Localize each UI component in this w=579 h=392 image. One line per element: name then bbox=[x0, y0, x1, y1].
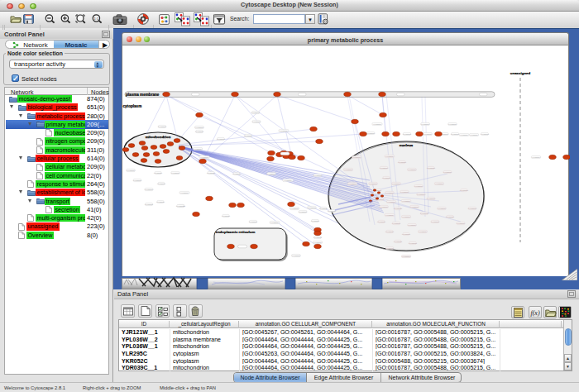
svg-text:(Yxx00W): (Yxx00W) bbox=[419, 231, 427, 232]
svg-text:(Yxx00W): (Yxx00W) bbox=[154, 172, 162, 174]
svg-text:(Yxx00W): (Yxx00W) bbox=[380, 167, 388, 169]
svg-text:(Yxx00W): (Yxx00W) bbox=[438, 208, 446, 209]
svg-text:cytoplasm: cytoplasm bbox=[123, 104, 142, 108]
svg-text:(Yxx00W): (Yxx00W) bbox=[460, 189, 468, 191]
svg-text:(Yxx00W): (Yxx00W) bbox=[451, 133, 459, 135]
svg-text:(Yxx00W): (Yxx00W) bbox=[158, 126, 166, 127]
svg-text:(Yxx00W): (Yxx00W) bbox=[319, 208, 328, 209]
svg-text:endoplasmic reticulum: endoplasmic reticulum bbox=[216, 230, 256, 234]
svg-text:(Yxx00W): (Yxx00W) bbox=[251, 112, 260, 113]
svg-text:(Yxx00W): (Yxx00W) bbox=[171, 172, 179, 174]
svg-text:(Yxx00W): (Yxx00W) bbox=[311, 220, 319, 222]
svg-text:(Yxx00W): (Yxx00W) bbox=[481, 133, 489, 135]
svg-text:(Yxx00W): (Yxx00W) bbox=[195, 127, 203, 128]
svg-text:(Yxx00W): (Yxx00W) bbox=[402, 233, 410, 235]
svg-text:(Yxx00W): (Yxx00W) bbox=[290, 208, 299, 209]
svg-text:(Yxx00W): (Yxx00W) bbox=[398, 161, 406, 163]
svg-text:(Yxx00W): (Yxx00W) bbox=[313, 241, 322, 243]
svg-text:(Yxx00W): (Yxx00W) bbox=[403, 133, 411, 135]
svg-text:(Yxx00W): (Yxx00W) bbox=[448, 123, 457, 125]
svg-text:(Yxx00W): (Yxx00W) bbox=[427, 167, 435, 169]
svg-text:(Yxx00W): (Yxx00W) bbox=[195, 131, 203, 132]
svg-text:(Yxx00W): (Yxx00W) bbox=[373, 123, 381, 125]
svg-text:(Yxx00W): (Yxx00W) bbox=[194, 148, 202, 150]
svg-text:(Yxx00W): (Yxx00W) bbox=[232, 173, 241, 174]
svg-text:(Yxx00W): (Yxx00W) bbox=[402, 216, 410, 218]
svg-text:(Yxx00W): (Yxx00W) bbox=[180, 192, 189, 194]
svg-text:(Yxx00W): (Yxx00W) bbox=[392, 183, 400, 184]
svg-text:(Yxx00W): (Yxx00W) bbox=[157, 183, 165, 184]
svg-text:(Yxx00W): (Yxx00W) bbox=[313, 237, 322, 238]
svg-text:(Yxx00W): (Yxx00W) bbox=[145, 203, 153, 205]
svg-text:(Yxx00W): (Yxx00W) bbox=[344, 169, 352, 170]
svg-text:(Yxx00W): (Yxx00W) bbox=[217, 138, 225, 140]
svg-text:(Yxx00W): (Yxx00W) bbox=[457, 222, 465, 224]
svg-text:(Yxx00W): (Yxx00W) bbox=[133, 179, 141, 181]
svg-text:(Yxx00W): (Yxx00W) bbox=[394, 241, 402, 242]
svg-text:nucleus: nucleus bbox=[400, 143, 414, 147]
svg-text:(Yxx00W): (Yxx00W) bbox=[249, 221, 257, 222]
svg-text:(Yxx00W): (Yxx00W) bbox=[207, 172, 215, 174]
svg-text:(Yxx00W): (Yxx00W) bbox=[460, 134, 468, 136]
svg-text:(Yxx00W): (Yxx00W) bbox=[369, 183, 377, 184]
svg-text:(Yxx00W): (Yxx00W) bbox=[385, 192, 394, 194]
svg-text:(Yxx00W): (Yxx00W) bbox=[435, 183, 443, 184]
svg-text:(Yxx00W): (Yxx00W) bbox=[313, 174, 322, 176]
svg-text:(Yxx00W): (Yxx00W) bbox=[380, 206, 388, 208]
svg-text:(Yxx00W): (Yxx00W) bbox=[417, 194, 425, 195]
svg-text:(Yxx00W): (Yxx00W) bbox=[409, 242, 417, 244]
svg-text:(Yxx00W): (Yxx00W) bbox=[385, 155, 394, 157]
svg-text:1:1: 1:1 bbox=[94, 17, 99, 21]
svg-text:(Yxx00W): (Yxx00W) bbox=[385, 247, 394, 249]
svg-text:(Yxx00W): (Yxx00W) bbox=[252, 121, 261, 122]
svg-text:f(x): f(x) bbox=[530, 308, 539, 316]
svg-text:(Yxx00W): (Yxx00W) bbox=[431, 221, 439, 222]
svg-text:(Yxx00W): (Yxx00W) bbox=[387, 201, 395, 203]
svg-text:(Yxx00W): (Yxx00W) bbox=[402, 256, 410, 257]
svg-text:(Yxx00W): (Yxx00W) bbox=[222, 215, 230, 217]
svg-text:(Yxx00W): (Yxx00W) bbox=[414, 185, 423, 187]
svg-text:(Yxx00W): (Yxx00W) bbox=[420, 213, 428, 214]
svg-text:(Yxx00W): (Yxx00W) bbox=[308, 207, 316, 208]
svg-text:(Yxx00W): (Yxx00W) bbox=[408, 169, 416, 170]
svg-text:(Yxx00W): (Yxx00W) bbox=[410, 206, 419, 208]
svg-text:(Yxx00W): (Yxx00W) bbox=[176, 205, 184, 207]
svg-text:(Yxx00W): (Yxx00W) bbox=[127, 170, 135, 171]
svg-text:(Yxx00W): (Yxx00W) bbox=[427, 198, 435, 199]
svg-text:(Yxx00W): (Yxx00W) bbox=[366, 132, 375, 134]
svg-text:(Yxx00W): (Yxx00W) bbox=[423, 133, 432, 135]
svg-text:(Yxx00W): (Yxx00W) bbox=[443, 171, 452, 173]
svg-text:(Yxx00W): (Yxx00W) bbox=[446, 216, 454, 218]
svg-text:(Yxx00W): (Yxx00W) bbox=[348, 183, 356, 184]
svg-text:unassigned: unassigned bbox=[510, 71, 531, 75]
svg-text:(Yxx00W): (Yxx00W) bbox=[385, 231, 394, 232]
svg-text:(Yxx00W): (Yxx00W) bbox=[385, 214, 394, 216]
svg-text:(Yxx00W): (Yxx00W) bbox=[470, 134, 478, 136]
svg-text:(Yxx00W): (Yxx00W) bbox=[394, 208, 402, 209]
svg-text:(Yxx00W): (Yxx00W) bbox=[421, 123, 429, 125]
svg-text:(Yxx00W): (Yxx00W) bbox=[156, 201, 165, 203]
svg-text:(Yxx00W): (Yxx00W) bbox=[280, 130, 288, 131]
svg-text:(Yxx00W): (Yxx00W) bbox=[408, 224, 416, 226]
svg-text:(Yxx00W): (Yxx00W) bbox=[267, 173, 275, 174]
svg-text:(Yxx00W): (Yxx00W) bbox=[392, 222, 400, 224]
svg-text:(Yxx00W): (Yxx00W) bbox=[377, 221, 385, 222]
svg-text:(Yxx00W): (Yxx00W) bbox=[299, 211, 307, 213]
svg-text:(Yxx00W): (Yxx00W) bbox=[284, 179, 292, 181]
svg-text:(Yxx00W): (Yxx00W) bbox=[402, 200, 410, 202]
svg-text:(Yxx00W): (Yxx00W) bbox=[270, 222, 279, 223]
svg-text:(Yxx00W): (Yxx00W) bbox=[352, 156, 361, 158]
svg-text:(Yxx00W): (Yxx00W) bbox=[244, 135, 252, 136]
svg-text:(Yxx00W): (Yxx00W) bbox=[328, 210, 336, 212]
svg-text:(Yxx00W): (Yxx00W) bbox=[400, 191, 409, 193]
svg-text:(Yxx00W): (Yxx00W) bbox=[200, 156, 208, 158]
svg-text:(Yxx00W): (Yxx00W) bbox=[532, 156, 540, 158]
svg-text:(Yxx00W): (Yxx00W) bbox=[468, 208, 476, 209]
svg-text:(Yxx00W): (Yxx00W) bbox=[292, 255, 300, 256]
svg-text:mitochondrion: mitochondrion bbox=[146, 135, 171, 139]
svg-text:(Yxx00W): (Yxx00W) bbox=[145, 189, 153, 190]
svg-text:(Yxx00W): (Yxx00W) bbox=[382, 177, 390, 179]
svg-text:plasma membrane: plasma membrane bbox=[126, 93, 160, 97]
